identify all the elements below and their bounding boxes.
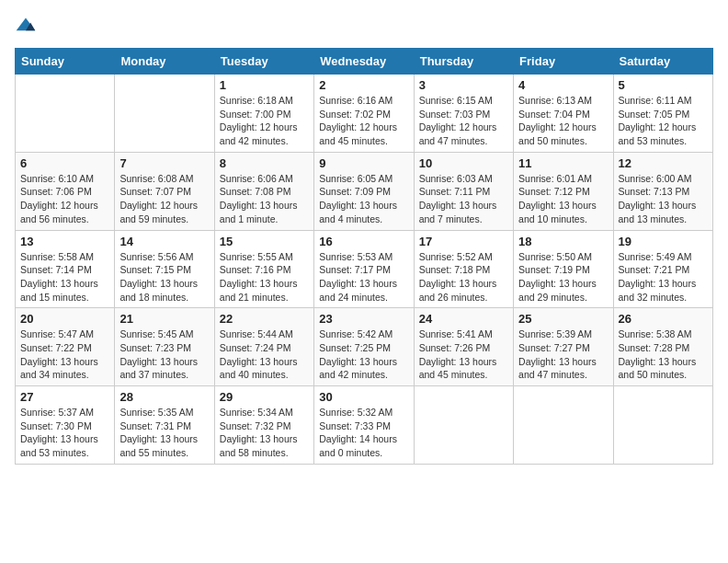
- day-number: 16: [319, 235, 408, 248]
- day-number: 2: [319, 78, 408, 92]
- day-content: Sunrise: 6:00 AM Sunset: 7:13 PM Dayligh…: [619, 172, 708, 226]
- weekday-header-sunday: Sunday: [16, 49, 115, 75]
- calendar-cell: 7Sunrise: 6:08 AM Sunset: 7:07 PM Daylig…: [115, 152, 214, 230]
- calendar-cell: 25Sunrise: 5:39 AM Sunset: 7:27 PM Dayli…: [514, 308, 613, 386]
- weekday-header-saturday: Saturday: [613, 49, 712, 75]
- calendar-cell: 30Sunrise: 5:32 AM Sunset: 7:33 PM Dayli…: [314, 386, 414, 465]
- day-content: Sunrise: 5:32 AM Sunset: 7:33 PM Dayligh…: [319, 406, 408, 460]
- calendar-week-2: 6Sunrise: 6:10 AM Sunset: 7:06 PM Daylig…: [16, 152, 713, 230]
- day-content: Sunrise: 5:41 AM Sunset: 7:26 PM Dayligh…: [419, 327, 508, 382]
- day-content: Sunrise: 5:53 AM Sunset: 7:17 PM Dayligh…: [319, 250, 408, 304]
- weekday-header-row: SundayMondayTuesdayWednesdayThursdayFrid…: [16, 49, 713, 75]
- day-number: 1: [220, 78, 309, 92]
- calendar-cell: 21Sunrise: 5:45 AM Sunset: 7:23 PM Dayli…: [115, 308, 214, 386]
- day-content: Sunrise: 5:49 AM Sunset: 7:21 PM Dayligh…: [619, 250, 708, 304]
- weekday-header-thursday: Thursday: [414, 49, 513, 75]
- day-content: Sunrise: 5:52 AM Sunset: 7:18 PM Dayligh…: [419, 250, 508, 304]
- day-number: 30: [319, 390, 408, 404]
- day-content: Sunrise: 6:13 AM Sunset: 7:04 PM Dayligh…: [518, 94, 608, 148]
- day-number: 28: [119, 390, 209, 404]
- day-content: Sunrise: 5:55 AM Sunset: 7:16 PM Dayligh…: [220, 250, 309, 304]
- day-number: 22: [220, 312, 309, 326]
- calendar-cell: 26Sunrise: 5:38 AM Sunset: 7:28 PM Dayli…: [613, 308, 712, 386]
- day-number: 13: [20, 235, 109, 248]
- day-number: 7: [119, 156, 209, 170]
- calendar-cell: 19Sunrise: 5:49 AM Sunset: 7:21 PM Dayli…: [613, 230, 712, 308]
- day-number: 17: [419, 235, 508, 248]
- calendar-cell: 24Sunrise: 5:41 AM Sunset: 7:26 PM Dayli…: [414, 308, 513, 386]
- day-number: 15: [220, 235, 309, 248]
- calendar-cell: 23Sunrise: 5:42 AM Sunset: 7:25 PM Dayli…: [314, 308, 414, 386]
- day-number: 14: [119, 235, 209, 248]
- day-content: Sunrise: 6:10 AM Sunset: 7:06 PM Dayligh…: [20, 172, 109, 226]
- day-content: Sunrise: 6:18 AM Sunset: 7:00 PM Dayligh…: [220, 94, 309, 148]
- day-number: 29: [220, 390, 309, 404]
- calendar-cell: 15Sunrise: 5:55 AM Sunset: 7:16 PM Dayli…: [214, 230, 313, 308]
- calendar-cell: 4Sunrise: 6:13 AM Sunset: 7:04 PM Daylig…: [514, 75, 613, 153]
- calendar-week-4: 20Sunrise: 5:47 AM Sunset: 7:22 PM Dayli…: [16, 308, 713, 386]
- day-content: Sunrise: 5:50 AM Sunset: 7:19 PM Dayligh…: [518, 250, 608, 304]
- day-number: 18: [518, 235, 608, 248]
- calendar-cell: [115, 75, 214, 153]
- calendar-cell: 12Sunrise: 6:00 AM Sunset: 7:13 PM Dayli…: [613, 152, 712, 230]
- calendar-week-1: 1Sunrise: 6:18 AM Sunset: 7:00 PM Daylig…: [16, 75, 713, 153]
- day-content: Sunrise: 6:05 AM Sunset: 7:09 PM Dayligh…: [319, 172, 408, 226]
- day-content: Sunrise: 6:15 AM Sunset: 7:03 PM Dayligh…: [419, 94, 508, 148]
- day-number: 9: [319, 156, 408, 170]
- page-header: [15, 15, 713, 37]
- day-number: 19: [619, 235, 708, 248]
- calendar-cell: 18Sunrise: 5:50 AM Sunset: 7:19 PM Dayli…: [514, 230, 613, 308]
- day-number: 23: [319, 312, 408, 326]
- calendar-cell: 29Sunrise: 5:34 AM Sunset: 7:32 PM Dayli…: [214, 386, 313, 465]
- day-content: Sunrise: 6:06 AM Sunset: 7:08 PM Dayligh…: [220, 172, 309, 226]
- day-number: 5: [619, 78, 708, 92]
- day-content: Sunrise: 5:58 AM Sunset: 7:14 PM Dayligh…: [20, 250, 109, 304]
- calendar-cell: 16Sunrise: 5:53 AM Sunset: 7:17 PM Dayli…: [314, 230, 414, 308]
- day-content: Sunrise: 5:34 AM Sunset: 7:32 PM Dayligh…: [220, 406, 309, 460]
- day-content: Sunrise: 6:16 AM Sunset: 7:02 PM Dayligh…: [319, 94, 408, 148]
- day-content: Sunrise: 5:39 AM Sunset: 7:27 PM Dayligh…: [518, 327, 608, 382]
- day-number: 27: [20, 390, 109, 404]
- calendar-week-5: 27Sunrise: 5:37 AM Sunset: 7:30 PM Dayli…: [16, 386, 713, 465]
- calendar-cell: [514, 386, 613, 465]
- calendar-cell: 8Sunrise: 6:06 AM Sunset: 7:08 PM Daylig…: [214, 152, 313, 230]
- calendar-cell: [414, 386, 513, 465]
- day-number: 6: [20, 156, 109, 170]
- day-content: Sunrise: 5:35 AM Sunset: 7:31 PM Dayligh…: [119, 406, 209, 460]
- day-content: Sunrise: 6:08 AM Sunset: 7:07 PM Dayligh…: [119, 172, 209, 226]
- day-number: 11: [518, 156, 608, 170]
- weekday-header-tuesday: Tuesday: [214, 49, 313, 75]
- calendar-cell: 17Sunrise: 5:52 AM Sunset: 7:18 PM Dayli…: [414, 230, 513, 308]
- calendar-week-3: 13Sunrise: 5:58 AM Sunset: 7:14 PM Dayli…: [16, 230, 713, 308]
- calendar-cell: 9Sunrise: 6:05 AM Sunset: 7:09 PM Daylig…: [314, 152, 414, 230]
- day-number: 3: [419, 78, 508, 92]
- calendar-cell: 28Sunrise: 5:35 AM Sunset: 7:31 PM Dayli…: [115, 386, 214, 465]
- day-content: Sunrise: 5:44 AM Sunset: 7:24 PM Dayligh…: [220, 327, 309, 382]
- day-number: 12: [619, 156, 708, 170]
- day-number: 24: [419, 312, 508, 326]
- calendar-cell: 5Sunrise: 6:11 AM Sunset: 7:05 PM Daylig…: [613, 75, 712, 153]
- calendar-cell: 1Sunrise: 6:18 AM Sunset: 7:00 PM Daylig…: [214, 75, 313, 153]
- weekday-header-wednesday: Wednesday: [314, 49, 414, 75]
- calendar-cell: 14Sunrise: 5:56 AM Sunset: 7:15 PM Dayli…: [115, 230, 214, 308]
- day-number: 4: [518, 78, 608, 92]
- calendar-cell: 6Sunrise: 6:10 AM Sunset: 7:06 PM Daylig…: [16, 152, 115, 230]
- day-number: 20: [20, 312, 109, 326]
- day-content: Sunrise: 5:45 AM Sunset: 7:23 PM Dayligh…: [119, 327, 209, 382]
- calendar-table: SundayMondayTuesdayWednesdayThursdayFrid…: [15, 48, 713, 465]
- day-content: Sunrise: 6:01 AM Sunset: 7:12 PM Dayligh…: [518, 172, 608, 226]
- calendar-cell: 22Sunrise: 5:44 AM Sunset: 7:24 PM Dayli…: [214, 308, 313, 386]
- day-content: Sunrise: 5:47 AM Sunset: 7:22 PM Dayligh…: [20, 327, 109, 382]
- day-content: Sunrise: 6:11 AM Sunset: 7:05 PM Dayligh…: [619, 94, 708, 148]
- calendar-cell: [16, 75, 115, 153]
- calendar-cell: 2Sunrise: 6:16 AM Sunset: 7:02 PM Daylig…: [314, 75, 414, 153]
- day-content: Sunrise: 5:56 AM Sunset: 7:15 PM Dayligh…: [119, 250, 209, 304]
- day-number: 10: [419, 156, 508, 170]
- calendar-cell: 3Sunrise: 6:15 AM Sunset: 7:03 PM Daylig…: [414, 75, 513, 153]
- calendar-cell: 27Sunrise: 5:37 AM Sunset: 7:30 PM Dayli…: [16, 386, 115, 465]
- calendar-cell: 13Sunrise: 5:58 AM Sunset: 7:14 PM Dayli…: [16, 230, 115, 308]
- day-content: Sunrise: 5:38 AM Sunset: 7:28 PM Dayligh…: [619, 327, 708, 382]
- day-content: Sunrise: 5:42 AM Sunset: 7:25 PM Dayligh…: [319, 327, 408, 382]
- logo: [15, 15, 40, 37]
- logo-icon: [15, 15, 37, 37]
